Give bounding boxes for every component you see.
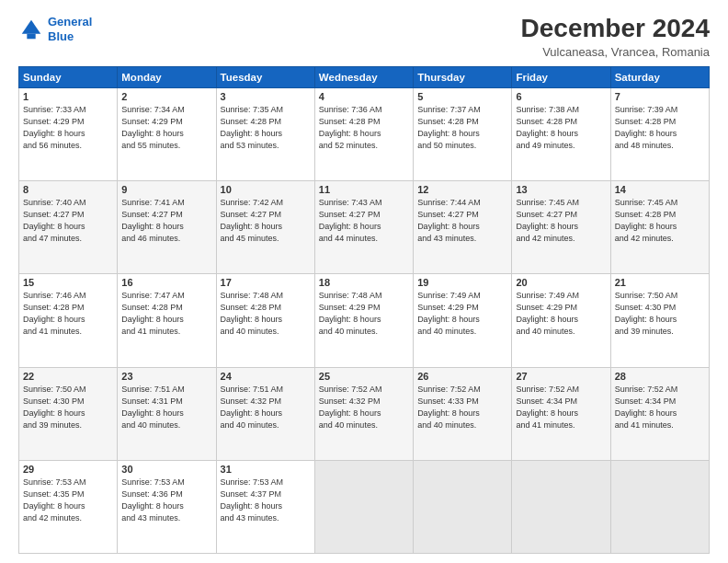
day-number: 30 — [121, 464, 211, 475]
day-number: 10 — [221, 184, 311, 195]
day-info: Sunrise: 7:53 AM Sunset: 4:37 PM Dayligh… — [221, 477, 311, 524]
col-header-wednesday: Wednesday — [314, 66, 413, 87]
col-header-monday: Monday — [118, 66, 216, 87]
main-title: December 2024 — [521, 15, 710, 43]
week-row-2: 8Sunrise: 7:40 AM Sunset: 4:27 PM Daylig… — [19, 181, 710, 274]
day-info: Sunrise: 7:52 AM Sunset: 4:33 PM Dayligh… — [417, 384, 507, 431]
day-number: 6 — [516, 91, 606, 102]
day-cell: 7Sunrise: 7:39 AM Sunset: 4:28 PM Daylig… — [610, 87, 709, 180]
week-row-1: 1Sunrise: 7:33 AM Sunset: 4:29 PM Daylig… — [19, 87, 710, 180]
day-cell — [610, 460, 709, 553]
calendar-header-row: SundayMondayTuesdayWednesdayThursdayFrid… — [19, 66, 710, 87]
day-info: Sunrise: 7:38 AM Sunset: 4:28 PM Dayligh… — [516, 104, 606, 152]
day-cell: 6Sunrise: 7:38 AM Sunset: 4:28 PM Daylig… — [512, 87, 610, 180]
day-cell: 5Sunrise: 7:37 AM Sunset: 4:28 PM Daylig… — [414, 87, 512, 180]
day-info: Sunrise: 7:52 AM Sunset: 4:32 PM Dayligh… — [319, 384, 409, 431]
day-cell: 17Sunrise: 7:48 AM Sunset: 4:28 PM Dayli… — [216, 274, 314, 367]
day-number: 22 — [23, 371, 113, 382]
day-number: 2 — [121, 91, 211, 102]
day-info: Sunrise: 7:51 AM Sunset: 4:32 PM Dayligh… — [221, 384, 311, 431]
day-info: Sunrise: 7:45 AM Sunset: 4:28 PM Dayligh… — [615, 197, 705, 245]
day-number: 23 — [121, 371, 211, 382]
day-info: Sunrise: 7:41 AM Sunset: 4:27 PM Dayligh… — [121, 197, 211, 245]
day-cell: 20Sunrise: 7:49 AM Sunset: 4:29 PM Dayli… — [512, 274, 610, 367]
day-cell: 12Sunrise: 7:44 AM Sunset: 4:27 PM Dayli… — [414, 181, 512, 274]
day-info: Sunrise: 7:43 AM Sunset: 4:27 PM Dayligh… — [319, 197, 409, 245]
day-cell: 9Sunrise: 7:41 AM Sunset: 4:27 PM Daylig… — [118, 181, 216, 274]
day-cell — [314, 460, 413, 553]
day-number: 24 — [221, 371, 311, 382]
day-cell: 8Sunrise: 7:40 AM Sunset: 4:27 PM Daylig… — [19, 181, 118, 274]
day-info: Sunrise: 7:33 AM Sunset: 4:29 PM Dayligh… — [23, 104, 113, 152]
day-number: 7 — [615, 91, 705, 102]
subtitle: Vulcaneasa, Vrancea, Romania — [521, 45, 710, 59]
day-cell: 25Sunrise: 7:52 AM Sunset: 4:32 PM Dayli… — [314, 367, 413, 460]
day-info: Sunrise: 7:53 AM Sunset: 4:35 PM Dayligh… — [23, 477, 113, 524]
day-cell: 11Sunrise: 7:43 AM Sunset: 4:27 PM Dayli… — [314, 181, 413, 274]
svg-rect-1 — [27, 33, 35, 39]
day-cell: 13Sunrise: 7:45 AM Sunset: 4:27 PM Dayli… — [512, 181, 610, 274]
day-cell: 30Sunrise: 7:53 AM Sunset: 4:36 PM Dayli… — [118, 460, 216, 553]
day-number: 5 — [417, 91, 507, 102]
day-number: 20 — [516, 277, 606, 288]
svg-marker-0 — [22, 19, 41, 33]
day-info: Sunrise: 7:47 AM Sunset: 4:28 PM Dayligh… — [121, 290, 211, 338]
day-number: 14 — [615, 184, 705, 195]
day-cell: 2Sunrise: 7:34 AM Sunset: 4:29 PM Daylig… — [118, 87, 216, 180]
day-cell: 18Sunrise: 7:48 AM Sunset: 4:29 PM Dayli… — [314, 274, 413, 367]
day-info: Sunrise: 7:52 AM Sunset: 4:34 PM Dayligh… — [516, 384, 606, 431]
day-info: Sunrise: 7:39 AM Sunset: 4:28 PM Dayligh… — [615, 104, 705, 152]
day-cell: 22Sunrise: 7:50 AM Sunset: 4:30 PM Dayli… — [19, 367, 118, 460]
day-cell: 31Sunrise: 7:53 AM Sunset: 4:37 PM Dayli… — [216, 460, 314, 553]
week-row-3: 15Sunrise: 7:46 AM Sunset: 4:28 PM Dayli… — [19, 274, 710, 367]
day-number: 19 — [417, 277, 507, 288]
day-cell: 16Sunrise: 7:47 AM Sunset: 4:28 PM Dayli… — [118, 274, 216, 367]
day-info: Sunrise: 7:40 AM Sunset: 4:27 PM Dayligh… — [23, 197, 113, 245]
day-number: 9 — [121, 184, 211, 195]
day-cell: 3Sunrise: 7:35 AM Sunset: 4:28 PM Daylig… — [216, 87, 314, 180]
day-info: Sunrise: 7:34 AM Sunset: 4:29 PM Dayligh… — [121, 104, 211, 152]
day-number: 15 — [23, 277, 113, 288]
col-header-thursday: Thursday — [414, 66, 512, 87]
logo-general: General — [48, 15, 92, 29]
title-block: December 2024 Vulcaneasa, Vrancea, Roman… — [521, 15, 710, 59]
day-number: 13 — [516, 184, 606, 195]
day-info: Sunrise: 7:52 AM Sunset: 4:34 PM Dayligh… — [615, 384, 705, 431]
day-cell: 10Sunrise: 7:42 AM Sunset: 4:27 PM Dayli… — [216, 181, 314, 274]
day-cell: 4Sunrise: 7:36 AM Sunset: 4:28 PM Daylig… — [314, 87, 413, 180]
day-number: 28 — [615, 371, 705, 382]
day-cell: 14Sunrise: 7:45 AM Sunset: 4:28 PM Dayli… — [610, 181, 709, 274]
day-cell: 1Sunrise: 7:33 AM Sunset: 4:29 PM Daylig… — [19, 87, 118, 180]
week-row-4: 22Sunrise: 7:50 AM Sunset: 4:30 PM Dayli… — [19, 367, 710, 460]
day-info: Sunrise: 7:46 AM Sunset: 4:28 PM Dayligh… — [23, 290, 113, 338]
day-info: Sunrise: 7:53 AM Sunset: 4:36 PM Dayligh… — [121, 477, 211, 524]
day-cell: 15Sunrise: 7:46 AM Sunset: 4:28 PM Dayli… — [19, 274, 118, 367]
col-header-friday: Friday — [512, 66, 610, 87]
day-cell — [414, 460, 512, 553]
day-number: 12 — [417, 184, 507, 195]
logo-icon — [18, 17, 44, 42]
day-number: 26 — [417, 371, 507, 382]
day-info: Sunrise: 7:48 AM Sunset: 4:29 PM Dayligh… — [319, 290, 409, 338]
logo: General Blue — [18, 15, 92, 43]
day-number: 31 — [221, 464, 311, 475]
day-info: Sunrise: 7:49 AM Sunset: 4:29 PM Dayligh… — [516, 290, 606, 338]
day-cell: 29Sunrise: 7:53 AM Sunset: 4:35 PM Dayli… — [19, 460, 118, 553]
header: General Blue December 2024 Vulcaneasa, V… — [18, 15, 710, 59]
day-cell: 24Sunrise: 7:51 AM Sunset: 4:32 PM Dayli… — [216, 367, 314, 460]
day-info: Sunrise: 7:49 AM Sunset: 4:29 PM Dayligh… — [417, 290, 507, 338]
day-number: 21 — [615, 277, 705, 288]
day-number: 29 — [23, 464, 113, 475]
day-number: 4 — [319, 91, 409, 102]
day-info: Sunrise: 7:35 AM Sunset: 4:28 PM Dayligh… — [221, 104, 311, 152]
day-cell: 28Sunrise: 7:52 AM Sunset: 4:34 PM Dayli… — [610, 367, 709, 460]
day-cell: 26Sunrise: 7:52 AM Sunset: 4:33 PM Dayli… — [414, 367, 512, 460]
day-info: Sunrise: 7:44 AM Sunset: 4:27 PM Dayligh… — [417, 197, 507, 245]
calendar-table: SundayMondayTuesdayWednesdayThursdayFrid… — [18, 66, 710, 554]
col-header-tuesday: Tuesday — [216, 66, 314, 87]
day-cell: 21Sunrise: 7:50 AM Sunset: 4:30 PM Dayli… — [610, 274, 709, 367]
day-info: Sunrise: 7:51 AM Sunset: 4:31 PM Dayligh… — [121, 384, 211, 431]
day-cell: 27Sunrise: 7:52 AM Sunset: 4:34 PM Dayli… — [512, 367, 610, 460]
col-header-saturday: Saturday — [610, 66, 709, 87]
day-info: Sunrise: 7:50 AM Sunset: 4:30 PM Dayligh… — [23, 384, 113, 431]
